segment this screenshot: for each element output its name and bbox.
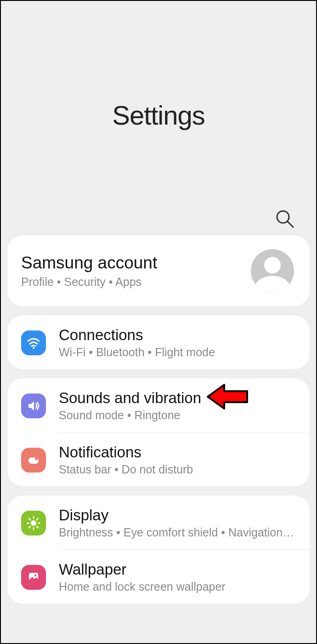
item-title: Notifications bbox=[59, 444, 296, 461]
avatar-icon bbox=[251, 249, 294, 292]
group-sound-notif: Sounds and vibration Sound mode • Ringto… bbox=[7, 378, 310, 486]
account-title: Samsung account bbox=[21, 253, 242, 273]
settings-header: Settings bbox=[1, 1, 316, 235]
settings-item-sounds[interactable]: Sounds and vibration Sound mode • Ringto… bbox=[7, 378, 310, 432]
account-subtitle: Profile • Security • Apps bbox=[21, 275, 242, 289]
bell-icon bbox=[21, 448, 46, 473]
item-subtitle: Sound mode • Ringtone bbox=[59, 409, 296, 422]
svg-line-1 bbox=[288, 222, 293, 227]
wifi-icon bbox=[21, 331, 46, 355]
svg-line-12 bbox=[29, 526, 30, 528]
item-subtitle: Status bar • Do not disturb bbox=[59, 463, 296, 476]
speaker-icon bbox=[21, 393, 46, 418]
item-title: Connections bbox=[59, 326, 296, 344]
svg-point-4 bbox=[35, 457, 38, 460]
settings-item-wallpaper[interactable]: Wallpaper Home and lock screen wallpaper bbox=[7, 550, 310, 604]
item-subtitle: Wi-Fi • Bluetooth • Flight mode bbox=[59, 346, 296, 359]
search-icon bbox=[275, 209, 295, 229]
group-connections: Connections Wi-Fi • Bluetooth • Flight m… bbox=[7, 315, 310, 369]
account-card: Samsung account Profile • Security • App… bbox=[7, 235, 310, 306]
item-title: Display bbox=[59, 507, 296, 524]
item-title: Sounds and vibration bbox=[59, 389, 296, 407]
settings-item-notifications[interactable]: Notifications Status bar • Do not distur… bbox=[7, 433, 310, 486]
svg-line-10 bbox=[29, 519, 30, 520]
samsung-account-item[interactable]: Samsung account Profile • Security • App… bbox=[7, 235, 310, 306]
settings-item-display[interactable]: Display Brightness • Eye comfort shield … bbox=[7, 496, 310, 549]
item-title: Wallpaper bbox=[59, 561, 296, 578]
svg-line-13 bbox=[37, 519, 38, 520]
group-display-wall: Display Brightness • Eye comfort shield … bbox=[7, 496, 310, 604]
page-title: Settings bbox=[1, 100, 316, 131]
settings-item-connections[interactable]: Connections Wi-Fi • Bluetooth • Flight m… bbox=[7, 315, 310, 369]
image-icon bbox=[21, 565, 46, 590]
svg-line-11 bbox=[37, 526, 38, 528]
item-subtitle: Brightness • Eye comfort shield • Naviga… bbox=[59, 526, 296, 539]
svg-point-15 bbox=[34, 575, 36, 576]
item-subtitle: Home and lock screen wallpaper bbox=[59, 580, 296, 593]
svg-point-5 bbox=[31, 520, 36, 526]
search-button[interactable] bbox=[275, 209, 295, 229]
sun-icon bbox=[21, 511, 46, 536]
svg-point-2 bbox=[33, 347, 34, 349]
